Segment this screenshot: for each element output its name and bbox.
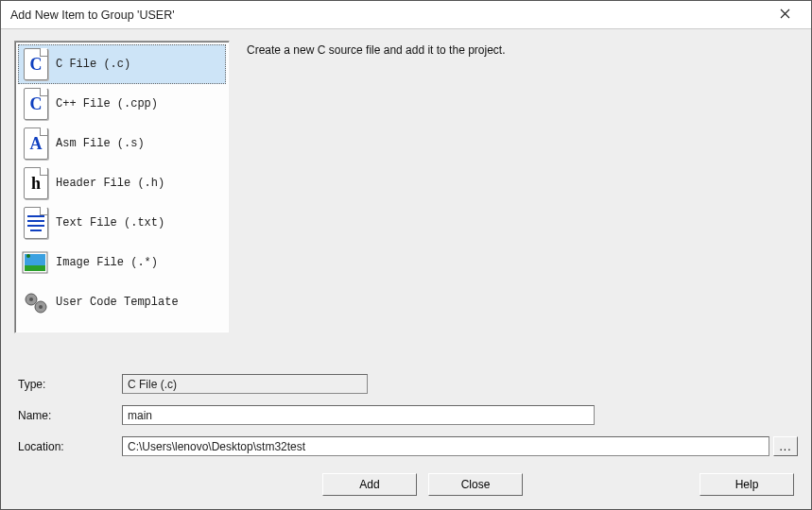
file-type-label: Asm File (.s) bbox=[56, 137, 145, 150]
type-label: Type: bbox=[18, 378, 122, 391]
file-type-label: Image File (.*) bbox=[56, 256, 158, 269]
file-type-item[interactable]: User Code Template bbox=[18, 282, 226, 322]
user-code-icon bbox=[22, 285, 50, 319]
file-type-label: C File (.c) bbox=[56, 58, 130, 71]
close-window-button[interactable] bbox=[766, 1, 803, 28]
file-type-item[interactable]: Image File (.*) bbox=[18, 243, 226, 282]
name-input[interactable] bbox=[122, 405, 595, 425]
file-type-item[interactable]: CC++ File (.cpp) bbox=[18, 84, 226, 124]
type-readonly-field: C File (.c) bbox=[122, 374, 368, 394]
help-button[interactable]: Help bbox=[700, 473, 794, 496]
type-description: Create a new C source file and add it to… bbox=[230, 41, 798, 57]
file-type-item[interactable]: CC File (.c) bbox=[18, 44, 226, 84]
location-input[interactable] bbox=[122, 436, 769, 456]
image-file-icon bbox=[22, 246, 50, 280]
asm-file-icon: A bbox=[22, 127, 50, 161]
titlebar: Add New Item to Group 'USER' bbox=[1, 1, 811, 29]
close-icon bbox=[780, 8, 790, 22]
name-label: Name: bbox=[18, 409, 122, 422]
button-row: Add Close Help bbox=[1, 466, 811, 509]
file-type-item[interactable]: AAsm File (.s) bbox=[18, 124, 226, 163]
c-file-icon: C bbox=[22, 47, 50, 81]
text-file-icon bbox=[22, 206, 50, 240]
file-type-label: Header File (.h) bbox=[56, 177, 164, 190]
header-file-icon: h bbox=[22, 166, 50, 200]
browse-button[interactable]: ... bbox=[773, 436, 798, 456]
cpp-file-icon: C bbox=[22, 87, 50, 121]
upper-panel: CC File (.c)CC++ File (.cpp)AAsm File (.… bbox=[1, 29, 811, 366]
svg-rect-2 bbox=[25, 265, 45, 271]
location-label: Location: bbox=[18, 440, 122, 453]
window-title: Add New Item to Group 'USER' bbox=[10, 8, 766, 22]
file-type-item[interactable]: hHeader File (.h) bbox=[18, 163, 226, 203]
dialog-body: CC File (.c)CC++ File (.cpp)AAsm File (.… bbox=[1, 29, 811, 509]
add-button[interactable]: Add bbox=[322, 473, 417, 496]
dialog-window: Add New Item to Group 'USER' CC File (.c… bbox=[0, 0, 812, 510]
file-type-list[interactable]: CC File (.c)CC++ File (.cpp)AAsm File (.… bbox=[14, 41, 230, 333]
form-area: Type: C File (.c) Name: Location: ... bbox=[1, 366, 811, 466]
svg-point-7 bbox=[39, 305, 43, 309]
close-button[interactable]: Close bbox=[428, 473, 523, 496]
file-type-label: User Code Template bbox=[56, 296, 179, 309]
svg-point-3 bbox=[26, 254, 30, 258]
svg-point-5 bbox=[29, 298, 33, 301]
file-type-label: Text File (.txt) bbox=[56, 216, 164, 230]
file-type-item[interactable]: Text File (.txt) bbox=[18, 203, 226, 243]
file-type-label: C++ File (.cpp) bbox=[56, 97, 158, 110]
